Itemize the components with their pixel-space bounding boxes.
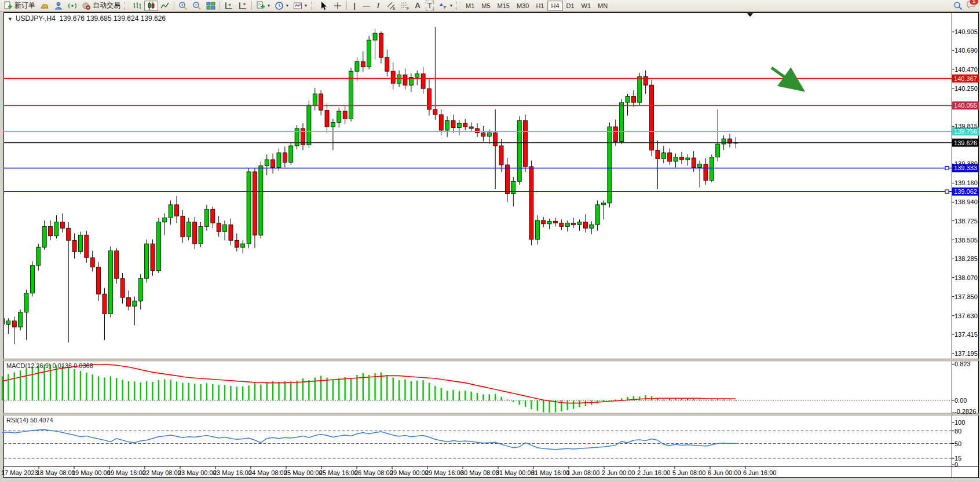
candle — [78, 231, 82, 254]
svg-text:5 Jun 08:00: 5 Jun 08:00 — [672, 469, 706, 476]
candle — [307, 101, 311, 148]
candle — [638, 73, 642, 105]
chart-canvas[interactable]: 140.367140.055139.756139.626139.333139.0… — [0, 0, 980, 482]
candle — [295, 125, 299, 149]
svg-text:23 May 00:00: 23 May 00:00 — [178, 469, 217, 476]
svg-text:1 Jun 08:00: 1 Jun 08:00 — [566, 469, 600, 476]
svg-text:140.690: 140.690 — [955, 47, 978, 54]
line-endpoint-marker[interactable] — [945, 166, 949, 170]
svg-text:137.630: 137.630 — [955, 312, 978, 319]
candle — [145, 240, 149, 283]
svg-text:0: 0 — [955, 461, 958, 468]
chart-background[interactable] — [4, 13, 979, 478]
svg-text:0.00: 0.00 — [955, 397, 967, 404]
candle — [289, 142, 293, 165]
chart-symbol-period: USDJPY-,H4 — [16, 14, 56, 23]
svg-text:29 May 00:00: 29 May 00:00 — [390, 469, 429, 476]
candle — [529, 160, 533, 245]
svg-text:19 May 00:00: 19 May 00:00 — [72, 469, 111, 476]
svg-text:139.160: 139.160 — [955, 179, 978, 186]
candle — [156, 218, 160, 273]
svg-text:140.905: 140.905 — [955, 28, 978, 35]
svg-text:138.940: 138.940 — [955, 198, 978, 205]
svg-text:2 Jun 00:00: 2 Jun 00:00 — [602, 469, 635, 476]
svg-text:140.250: 140.250 — [955, 85, 978, 92]
svg-text:140.055: 140.055 — [954, 102, 977, 109]
svg-text:31 May 00:00: 31 May 00:00 — [496, 469, 535, 476]
candle — [115, 248, 119, 284]
svg-text:0.823: 0.823 — [955, 360, 971, 367]
candle — [650, 80, 654, 156]
pane-splitter[interactable] — [4, 359, 979, 361]
svg-text:23 May 16:00: 23 May 16:00 — [213, 469, 252, 476]
candle — [108, 246, 112, 318]
candle — [151, 240, 155, 276]
svg-text:139.626: 139.626 — [954, 139, 977, 146]
svg-text:139.815: 139.815 — [955, 123, 978, 130]
svg-text:138.505: 138.505 — [955, 237, 978, 244]
svg-text:22 May 08:00: 22 May 08:00 — [142, 469, 181, 476]
candle — [608, 123, 612, 208]
svg-text:138.285: 138.285 — [955, 255, 978, 262]
svg-text:2 Jun 16:00: 2 Jun 16:00 — [637, 469, 671, 476]
svg-text:140.470: 140.470 — [955, 66, 978, 73]
chart-info-line: ▼USDJPY-,H4 139.676 139.685 139.624 139.… — [8, 14, 166, 23]
line-endpoint-marker[interactable] — [945, 190, 949, 193]
candle — [349, 68, 353, 122]
svg-text:138.070: 138.070 — [955, 274, 978, 281]
svg-text:137.415: 137.415 — [955, 331, 978, 338]
svg-text:26 May 08:00: 26 May 08:00 — [354, 469, 393, 476]
svg-text:-0.2826: -0.2826 — [955, 408, 976, 415]
svg-text:31 May 16:00: 31 May 16:00 — [531, 469, 570, 476]
pane-splitter[interactable] — [4, 413, 979, 415]
svg-text:6 Jun 00:00: 6 Jun 00:00 — [708, 469, 741, 476]
rsi-indicator-label: RSI(14) 50.4074 — [6, 417, 53, 424]
macd-indicator-label: MACD(12,26,9) 0.0136 0.0368 — [6, 362, 93, 369]
one-click-trading-collapse-icon[interactable]: ▼ — [8, 16, 13, 22]
svg-text:25 May 00:00: 25 May 00:00 — [284, 469, 323, 476]
svg-text:50: 50 — [955, 440, 961, 447]
svg-text:19 May 16:00: 19 May 16:00 — [107, 469, 146, 476]
svg-text:6 Jun 16:00: 6 Jun 16:00 — [743, 469, 777, 476]
svg-text:100: 100 — [955, 419, 965, 426]
svg-text:30 May 08:00: 30 May 08:00 — [460, 469, 499, 476]
svg-text:137.195: 137.195 — [955, 350, 978, 357]
svg-text:139.062: 139.062 — [954, 188, 977, 195]
candle — [259, 161, 263, 238]
candle — [247, 168, 251, 248]
candle — [524, 115, 528, 172]
svg-text:140.367: 140.367 — [954, 75, 977, 82]
svg-text:24 May 08:00: 24 May 08:00 — [248, 469, 287, 476]
candle — [367, 36, 371, 69]
candle — [30, 261, 34, 296]
svg-text:17 May 2023: 17 May 2023 — [1, 469, 38, 476]
chart-ohlc-values: 139.676 139.685 139.624 139.626 — [60, 14, 166, 23]
candle — [517, 116, 521, 185]
svg-text:80: 80 — [955, 428, 961, 435]
svg-text:138.725: 138.725 — [955, 218, 978, 225]
svg-text:137.850: 137.850 — [955, 293, 978, 300]
svg-text:29 May 16:00: 29 May 16:00 — [425, 469, 464, 476]
svg-text:25 May 16:00: 25 May 16:00 — [319, 469, 358, 476]
svg-text:18 May 08:00: 18 May 08:00 — [36, 469, 75, 476]
svg-text:139.380: 139.380 — [955, 160, 978, 167]
